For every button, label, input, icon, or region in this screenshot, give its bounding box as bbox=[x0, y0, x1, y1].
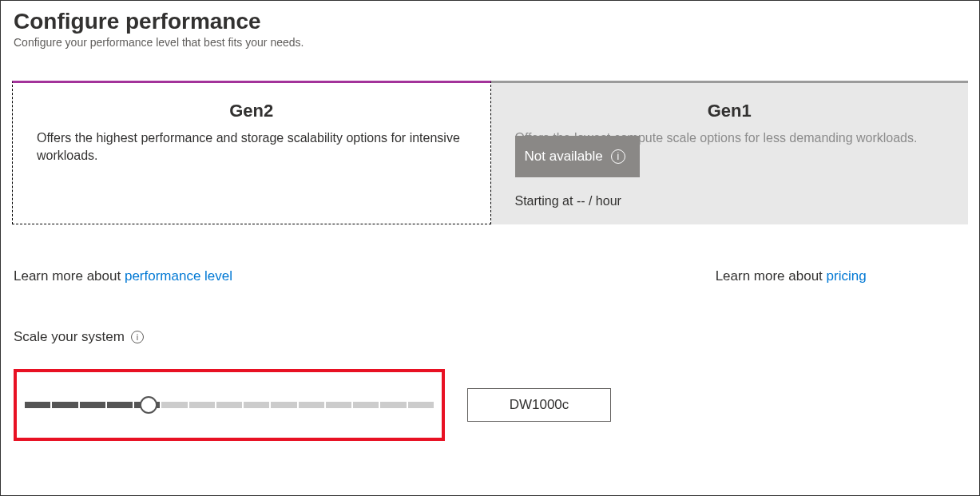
slider-segment bbox=[216, 402, 242, 408]
info-icon[interactable]: i bbox=[611, 149, 625, 164]
tab-gen1-title: Gen1 bbox=[515, 101, 945, 121]
scale-slider-highlight bbox=[14, 369, 445, 441]
tab-gen2[interactable]: Gen2 Offers the highest performance and … bbox=[12, 81, 491, 224]
learn-pricing: Learn more about pricing bbox=[572, 268, 966, 284]
scale-value-display: DW1000c bbox=[467, 388, 611, 422]
pricing-link[interactable]: pricing bbox=[827, 268, 867, 284]
tab-gen2-title: Gen2 bbox=[37, 101, 466, 121]
slider-segment bbox=[380, 402, 406, 408]
performance-level-link[interactable]: performance level bbox=[125, 268, 232, 284]
slider-thumb[interactable] bbox=[140, 396, 157, 414]
scale-label-text: Scale your system bbox=[14, 329, 125, 345]
slider-segment bbox=[299, 402, 324, 408]
slider-segment bbox=[52, 402, 77, 408]
learn-price-prefix: Learn more about bbox=[716, 268, 827, 284]
slider-segment bbox=[353, 402, 379, 408]
gen1-starting-price: Starting at -- / hour bbox=[515, 194, 621, 208]
learn-performance: Learn more about performance level bbox=[14, 268, 572, 284]
slider-segment bbox=[80, 402, 105, 408]
slider-segment bbox=[326, 402, 351, 408]
generation-tabs: Gen2 Offers the highest performance and … bbox=[12, 81, 968, 224]
slider-segment bbox=[244, 402, 269, 408]
scale-your-system-label: Scale your system i bbox=[14, 329, 966, 345]
tab-gen1: Gen1 Offers the lowest compute scale opt… bbox=[491, 81, 969, 224]
tab-gen2-desc: Offers the highest performance and stora… bbox=[37, 129, 466, 165]
not-available-badge: Not available i bbox=[515, 136, 640, 177]
page-title: Configure performance bbox=[14, 9, 966, 34]
info-icon[interactable]: i bbox=[131, 331, 144, 343]
slider-segment bbox=[271, 402, 296, 408]
learn-more-row: Learn more about performance level Learn… bbox=[14, 268, 966, 284]
slider-segment bbox=[25, 402, 50, 408]
scale-slider[interactable] bbox=[25, 402, 434, 408]
not-available-label: Not available bbox=[525, 149, 603, 165]
learn-perf-prefix: Learn more about bbox=[14, 268, 125, 284]
slider-segment bbox=[408, 402, 434, 408]
page-subtitle: Configure your performance level that be… bbox=[14, 36, 966, 49]
slider-segment bbox=[161, 402, 187, 408]
scale-slider-row: DW1000c bbox=[14, 369, 966, 441]
slider-segment bbox=[189, 402, 215, 408]
slider-segment bbox=[107, 402, 133, 408]
page-header: Configure performance Configure your per… bbox=[1, 1, 979, 52]
